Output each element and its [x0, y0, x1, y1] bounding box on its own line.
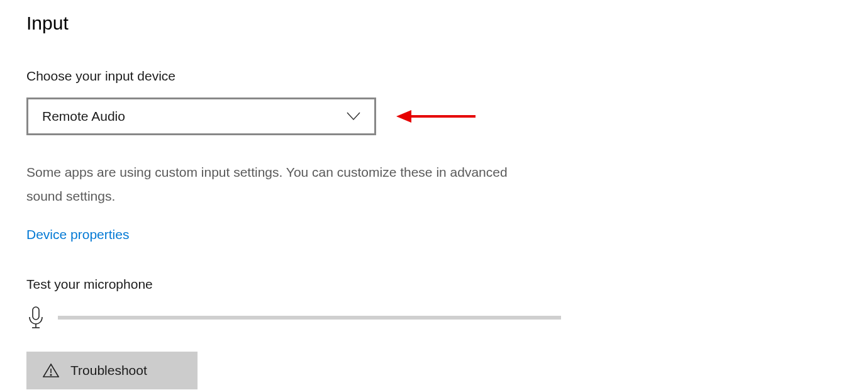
microphone-icon [26, 306, 45, 330]
svg-marker-1 [396, 110, 411, 123]
red-arrow-annotation [395, 107, 477, 126]
device-properties-link[interactable]: Device properties [26, 227, 129, 242]
input-device-selected-value: Remote Audio [42, 109, 125, 124]
troubleshoot-label: Troubleshoot [70, 363, 147, 378]
input-device-dropdown[interactable]: Remote Audio [26, 98, 376, 135]
test-microphone-label: Test your microphone [26, 277, 868, 292]
choose-input-device-label: Choose your input device [26, 69, 868, 84]
input-settings-help-text: Some apps are using custom input setting… [26, 160, 523, 208]
chevron-down-icon [347, 112, 360, 121]
svg-rect-2 [33, 307, 39, 320]
warning-icon [43, 363, 59, 378]
troubleshoot-button[interactable]: Troubleshoot [26, 352, 198, 389]
section-title-input: Input [26, 13, 868, 34]
svg-point-6 [50, 374, 52, 376]
microphone-level-bar [58, 316, 561, 320]
